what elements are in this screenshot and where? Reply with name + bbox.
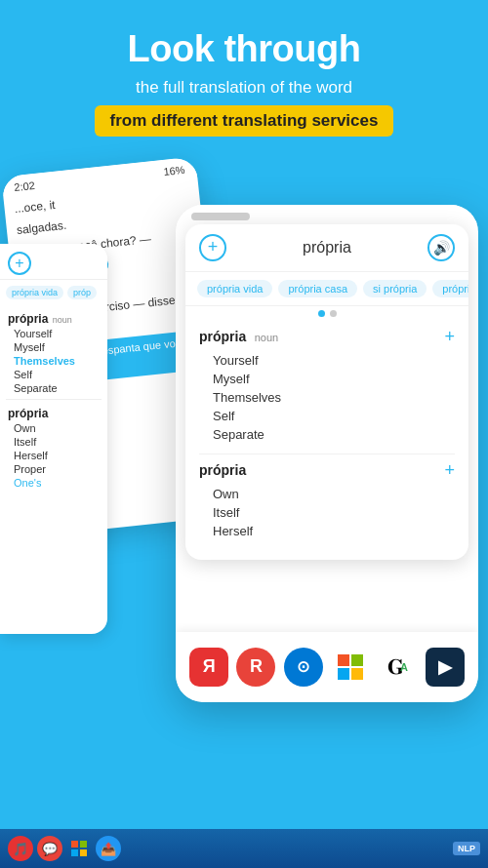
left-word-section-2: própria Own Itself Herself Proper One's: [0, 400, 107, 493]
left-meaning-1-5: Separate: [14, 381, 100, 395]
left-meaning-2-5: One's: [14, 476, 100, 490]
meaning-1-3: Themselves: [213, 388, 455, 407]
left-add-button[interactable]: +: [8, 252, 31, 275]
meaning-2-1: Own: [213, 485, 455, 503]
front-notch: [191, 213, 250, 220]
meaning-1-5: Separate: [213, 425, 455, 444]
subheadline: the full translation of the word: [20, 78, 468, 98]
left-meanings-2: Own Itself Herself Proper One's: [8, 421, 100, 490]
dict-tags-row: própria vida própria casa si própria pró…: [185, 272, 468, 306]
highlight-box: from different translating services: [95, 105, 394, 137]
dict-tag-2[interactable]: própria casa: [278, 280, 357, 297]
left-meaning-1-3: Themselves: [14, 354, 100, 368]
dict-speaker-button[interactable]: 🔊: [427, 234, 455, 261]
top-section: Look through the full translation of the…: [0, 0, 488, 156]
sys-icon-sound[interactable]: 🎵: [8, 836, 33, 861]
left-meaning-2-1: Own: [14, 421, 100, 435]
dictionary-popup: + própria 🔊 própria vida própria casa si…: [185, 224, 468, 560]
dict-entries: própria noun + Yourself Myself Themselve…: [185, 321, 468, 560]
left-word-title-1: própria: [8, 312, 48, 326]
mso-icon[interactable]: ⊙: [284, 648, 323, 687]
sys-right-icons: NLP: [453, 842, 480, 855]
dict-entry-add-1[interactable]: +: [444, 327, 455, 347]
left-word-section-1: própria noun Yourself Myself Themselves …: [0, 305, 107, 399]
left-meaning-1-4: Self: [14, 368, 100, 381]
sys-icon-chat[interactable]: 💬: [37, 836, 62, 861]
meaning-2-2: Itself: [213, 503, 455, 522]
meaning-1-4: Self: [213, 407, 455, 425]
dict-entry-word-2: própria: [199, 462, 246, 478]
sys-windows-logo: [71, 841, 87, 856]
windows-icon[interactable]: [331, 648, 370, 687]
dict-word-title: própria: [226, 239, 427, 256]
dict-tag-1[interactable]: própria vida: [197, 280, 272, 297]
sys-icon-share[interactable]: 📤: [96, 836, 121, 861]
deepl-label: ▶: [438, 656, 452, 678]
mso-label: ⊙: [297, 657, 309, 676]
left-word-pos-1: noun: [53, 315, 72, 325]
dict-divider: [199, 454, 455, 454]
meaning-2-3: Herself: [213, 522, 455, 540]
dict-entry-header-1: própria noun +: [199, 327, 455, 347]
abbyy-label: Я: [203, 656, 216, 677]
back-phone-time: 2:02: [14, 179, 36, 193]
dict-add-button[interactable]: +: [199, 234, 226, 261]
meaning-1-2: Myself: [213, 370, 455, 388]
left-topbar: +: [0, 244, 107, 280]
left-meaning-1-1: Yourself: [14, 327, 100, 340]
left-meaning-2-4: Proper: [14, 462, 100, 476]
left-meaning-2-2: Itself: [14, 435, 100, 449]
phone-front: + própria 🔊 própria vida própria casa si…: [176, 205, 478, 702]
left-meanings-1: Yourself Myself Themselves Self Separate: [8, 327, 100, 395]
dict-tag-3[interactable]: si própria: [363, 280, 427, 297]
system-bar: 🎵 💬 📤 NLP: [0, 829, 488, 868]
left-word-title-2: própria: [8, 407, 48, 420]
reverso-icon[interactable]: R: [236, 648, 275, 687]
front-phone-statusbar: [176, 205, 478, 224]
dict-entry-add-2[interactable]: +: [444, 460, 455, 481]
windows-logo: [338, 654, 363, 680]
back-phone-battery: 16%: [163, 164, 185, 178]
dict-header: + própria 🔊: [185, 224, 468, 272]
meaning-1-1: Yourself: [213, 351, 455, 370]
google-translate-a: A: [400, 661, 408, 673]
dot-1: [318, 310, 325, 317]
nlp-badge: NLP: [453, 842, 480, 855]
dict-meanings-2: Own Itself Herself: [199, 485, 455, 540]
dict-meanings-1: Yourself Myself Themselves Self Separate: [199, 351, 455, 444]
left-tags: própria vida próp: [0, 280, 107, 305]
dict-entry-word-1: própria: [199, 329, 246, 344]
abbyy-icon[interactable]: Я: [189, 648, 228, 687]
dots-indicator: [185, 306, 468, 321]
phones-area: 2:02 16% ...oce, it salgadas. – Por que …: [0, 166, 488, 731]
bottom-toolbar: Я R ⊙ 𝐆 A ▶: [176, 632, 478, 702]
left-dictionary-panel: + própria vida próp própria noun Yoursel…: [0, 244, 107, 634]
google-translate-icon[interactable]: 𝐆 A: [378, 648, 417, 687]
headline: Look through: [20, 29, 468, 70]
dict-tag-4[interactable]: própria c: [432, 280, 468, 297]
reverso-label: R: [250, 656, 263, 677]
sys-left-icons: 🎵 💬 📤: [8, 836, 121, 861]
left-tag-2[interactable]: próp: [67, 286, 97, 299]
left-tag-1[interactable]: própria vida: [6, 286, 63, 299]
dict-entry-pos-1: noun: [255, 332, 278, 343]
left-meaning-2-3: Herself: [14, 449, 100, 462]
left-meaning-1-2: Myself: [14, 340, 100, 354]
dict-entry-header-2: própria +: [199, 460, 455, 481]
sys-icon-windows[interactable]: [66, 836, 92, 861]
dot-2: [330, 310, 337, 317]
deepl-icon[interactable]: ▶: [426, 648, 465, 687]
